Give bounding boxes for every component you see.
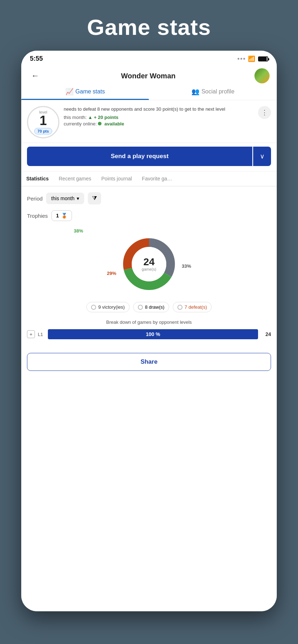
draw-circle-icon (138, 305, 143, 310)
nav-title: Wonder Woman (42, 72, 254, 80)
back-button[interactable]: ← (28, 70, 42, 82)
avatar[interactable] (254, 68, 270, 83)
victory-label: 9 victory(ies) (98, 304, 125, 310)
legend-draw[interactable]: 8 draw(s) (133, 302, 169, 312)
this-month-value: + 20 points (94, 115, 118, 120)
donut-chart-container: 38% 29% (27, 228, 271, 295)
this-month-label: this month: (64, 115, 87, 120)
online-label: currently online: (64, 121, 97, 126)
status-time: 5:55 (30, 55, 43, 63)
online-stat: currently online: available (64, 121, 254, 126)
phone-frame: 5:55 📶 ← Wonder Woman 📈 Game stats 👥 Soc… (21, 51, 277, 611)
period-value: this month (51, 196, 74, 201)
share-button-row: Share (21, 349, 277, 378)
legend-row: 9 victory(ies) 8 draw(s) 7 defeat(s) (27, 302, 271, 312)
donut-row: 29% 24 (107, 234, 191, 295)
triangle-up-icon: ▲ (88, 115, 92, 120)
breakdown-bar-label: 100 % (146, 331, 160, 337)
filter-icon: ⧩ (92, 195, 97, 201)
profile-description: needs to defeat 8 new opponents and scor… (64, 106, 254, 112)
dropdown-arrow-icon: ▾ (77, 196, 79, 201)
profile-card: level 1 70 pts needs to defeat 8 new opp… (21, 100, 277, 143)
this-month-stat: this month: ▲ + 20 points (64, 115, 254, 120)
level-circle: level 1 70 pts (27, 106, 59, 138)
filter-button[interactable]: ⧩ (88, 192, 101, 204)
profile-info: needs to defeat 8 new opponents and scor… (64, 106, 254, 128)
chevron-down-icon: ∨ (260, 153, 265, 160)
battery-icon (258, 56, 268, 61)
level-pts: 70 pts (34, 128, 52, 134)
donut-percent-brown: 29% (107, 271, 116, 276)
trophies-label: Trophies (27, 213, 48, 219)
trophy-count: 1 (56, 213, 59, 218)
donut-center: 24 game(s) (142, 257, 156, 271)
sub-tab-points-journal[interactable]: Points journal (96, 171, 137, 186)
tab-bar: 📈 Game stats 👥 Social profile (21, 83, 277, 100)
period-label: Period (27, 196, 42, 202)
sub-tab-recent-games[interactable]: Recent games (54, 171, 96, 186)
tab-social-profile[interactable]: 👥 Social profile (149, 83, 277, 100)
breakdown-expand-button[interactable]: + (27, 330, 35, 338)
breakdown-bar: 100 % (48, 329, 258, 339)
donut-center-number: 24 (142, 257, 156, 267)
breakdown-row: + L1 100 % 24 (27, 329, 271, 339)
wifi-icon: 📶 (248, 55, 255, 62)
play-button-row: Send a play request ∨ (21, 143, 277, 171)
level-number: 1 (40, 114, 47, 127)
tab-social-profile-label: Social profile (202, 88, 235, 95)
breakdown-title: Break down of games by opponent levels (27, 319, 271, 325)
defeat-circle-icon (177, 305, 182, 310)
content-area: level 1 70 pts needs to defeat 8 new opp… (21, 100, 277, 611)
trophy-badge: 1 🥉 (51, 210, 72, 221)
online-dot-icon (98, 122, 101, 125)
game-stats-icon: 📈 (66, 88, 73, 96)
breakdown-count: 24 (261, 331, 271, 337)
sub-tab-statistics[interactable]: Statistics (21, 171, 54, 187)
donut-percent-gray: 33% (182, 263, 191, 269)
status-icons: 📶 (238, 55, 268, 62)
social-profile-icon: 👥 (191, 88, 199, 96)
trophies-row: Trophies 1 🥉 (27, 210, 271, 221)
play-request-dropdown-button[interactable]: ∨ (253, 147, 271, 166)
status-bar: 5:55 📶 (21, 51, 277, 65)
tab-game-stats-label: Game stats (76, 88, 105, 95)
legend-victory[interactable]: 9 victory(ies) (86, 302, 130, 312)
signal-icon (238, 58, 245, 60)
draw-label: 8 draw(s) (145, 304, 164, 310)
sub-tab-favorite-games[interactable]: Favorite ga… (137, 171, 177, 186)
stats-section: Period this month ▾ ⧩ Trophies 1 🥉 (21, 187, 277, 349)
filter-row: Period this month ▾ ⧩ (27, 192, 271, 204)
send-play-request-button[interactable]: Send a play request (27, 147, 252, 166)
tab-game-stats[interactable]: 📈 Game stats (21, 83, 149, 100)
period-dropdown[interactable]: this month ▾ (46, 193, 84, 204)
defeat-label: 7 defeat(s) (185, 304, 207, 310)
trophy-icon: 🥉 (61, 213, 67, 218)
top-nav: ← Wonder Woman (21, 65, 277, 83)
donut-percent-green: 38% (74, 228, 83, 234)
legend-defeat[interactable]: 7 defeat(s) (173, 302, 212, 312)
breakdown-level: L1 (38, 332, 45, 337)
share-button[interactable]: Share (27, 353, 271, 371)
donut-center-sub: game(s) (142, 267, 156, 271)
online-status: available (104, 121, 124, 126)
victory-circle-icon (91, 305, 96, 310)
sub-tabs: Statistics Recent games Points journal F… (21, 171, 277, 187)
page-title: Game stats (87, 14, 211, 40)
more-button[interactable]: ⋮ (258, 106, 271, 119)
